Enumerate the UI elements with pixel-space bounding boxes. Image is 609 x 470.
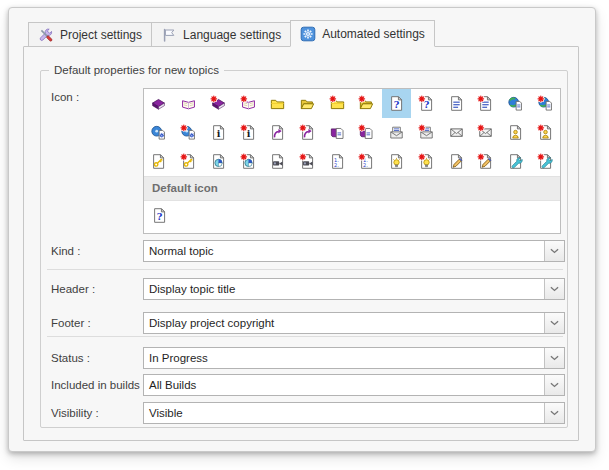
group-default-properties: Default properties for new topics Icon :… <box>40 70 568 428</box>
field-row-status: Status :In Progress <box>41 347 567 369</box>
page-arrow-icon[interactable] <box>263 118 293 147</box>
chevron-down-icon[interactable] <box>544 279 564 299</box>
footer-select[interactable]: Display project copyright <box>143 312 565 334</box>
book-open-new-icon[interactable] <box>233 89 263 118</box>
svg-text:2.: 2. <box>334 162 339 168</box>
book-closed-icon[interactable] <box>144 89 174 118</box>
tab-label: Project settings <box>60 28 142 42</box>
page-question-new-icon[interactable]: ? <box>411 89 441 118</box>
header-select[interactable]: Display topic title <box>143 278 565 300</box>
visibility-selected-value: Visible <box>144 403 544 423</box>
tab-automated-settings[interactable]: Automated settings <box>290 20 435 47</box>
icon-grid-row: ii <box>144 118 560 147</box>
mail-open-new-icon[interactable] <box>411 118 441 147</box>
page-edit-new-icon[interactable] <box>471 147 501 176</box>
icon-grid: ??ii1.2.1.2. <box>144 89 560 176</box>
status-select[interactable]: In Progress <box>143 347 565 369</box>
field-row-kind: Kind :Normal topic <box>41 240 567 262</box>
page-lines-icon[interactable] <box>441 89 471 118</box>
chevron-down-icon[interactable] <box>544 313 564 333</box>
page-camera-new-icon[interactable] <box>293 147 323 176</box>
page-question-icon: ? <box>151 207 168 228</box>
group-title: Default properties for new topics <box>49 63 224 78</box>
default-icon-row[interactable]: ? <box>144 201 560 233</box>
svg-text:i: i <box>246 128 250 139</box>
icon-picker-list[interactable]: ??ii1.2.1.2. Default icon ? <box>143 88 561 234</box>
page-key-new-icon[interactable] <box>174 147 204 176</box>
icon-grid-row: 1.2.1.2. <box>144 147 560 176</box>
page-info-new-icon[interactable]: i <box>233 118 263 147</box>
page-camera-icon[interactable] <box>263 147 293 176</box>
page-pie-new-icon[interactable] <box>233 147 263 176</box>
field-row-visibility: Visibility :Visible <box>41 402 567 424</box>
page-person-new-icon[interactable] <box>530 118 560 147</box>
svg-text:?: ? <box>157 210 163 221</box>
chevron-down-icon[interactable] <box>544 348 564 368</box>
tab-project-settings[interactable]: Project settings <box>28 22 152 47</box>
book-open-icon[interactable] <box>174 89 204 118</box>
page-pie-icon[interactable] <box>203 147 233 176</box>
tab-label: Automated settings <box>322 27 425 41</box>
field-row-header: Header :Display topic title <box>41 278 567 300</box>
automated-settings-panel: Default properties for new topics Icon :… <box>23 46 579 441</box>
chevron-down-icon[interactable] <box>544 403 564 423</box>
kind-selected-value: Normal topic <box>144 241 544 261</box>
chevron-down-icon[interactable] <box>544 375 564 395</box>
book-page-icon[interactable] <box>322 118 352 147</box>
page-person-icon[interactable] <box>501 118 531 147</box>
flag-icon <box>161 27 177 43</box>
header-selected-value: Display topic title <box>144 279 544 299</box>
svg-text:?: ? <box>394 99 400 110</box>
status-label: Status : <box>51 347 90 369</box>
visibility-select[interactable]: Visible <box>143 402 565 424</box>
page-key-icon[interactable] <box>144 147 174 176</box>
book-page-new-icon[interactable] <box>352 118 382 147</box>
page-wrench-new-icon[interactable] <box>530 147 560 176</box>
section-separator <box>47 336 563 337</box>
kind-select[interactable]: Normal topic <box>143 240 565 262</box>
section-separator <box>47 269 563 270</box>
folder-new-icon[interactable] <box>322 89 352 118</box>
footer-selected-value: Display project copyright <box>144 313 544 333</box>
globe-page-icon[interactable] <box>501 89 531 118</box>
included-in-builds-selected-value: All Builds <box>144 375 544 395</box>
page-edit-icon[interactable] <box>441 147 471 176</box>
status-selected-value: In Progress <box>144 348 544 368</box>
folder-open-icon[interactable] <box>293 89 323 118</box>
globe-page-new-icon[interactable] <box>530 89 560 118</box>
icon-grid-row: ?? <box>144 89 560 118</box>
mail-new-icon[interactable] <box>471 118 501 147</box>
svg-text:i: i <box>216 128 220 139</box>
tab-label: Language settings <box>183 28 281 42</box>
page-lines-new-icon[interactable] <box>471 89 501 118</box>
globe-gear-icon[interactable] <box>144 118 174 147</box>
book-closed-new-icon[interactable] <box>203 89 233 118</box>
field-row-included-in-builds: Included in builds :All Builds <box>41 374 567 396</box>
default-icon-section-header: Default icon <box>144 176 560 201</box>
page-numbers-new-icon[interactable]: 1.2. <box>352 147 382 176</box>
folder-open-new-icon[interactable] <box>352 89 382 118</box>
page-numbers-icon[interactable]: 1.2. <box>322 147 352 176</box>
mail-icon[interactable] <box>441 118 471 147</box>
chevron-down-icon[interactable] <box>544 241 564 261</box>
footer-label: Footer : <box>51 312 91 334</box>
default-icon-section-label: Default icon <box>152 182 218 194</box>
page-question-icon[interactable]: ? <box>382 89 412 118</box>
kind-label: Kind : <box>51 240 80 262</box>
folder-icon[interactable] <box>263 89 293 118</box>
topic-default-properties-dialog: Project settingsLanguage settingsAutomat… <box>8 7 596 452</box>
included-in-builds-label: Included in builds : <box>51 374 146 396</box>
page-wrench-icon[interactable] <box>501 147 531 176</box>
mail-open-icon[interactable] <box>382 118 412 147</box>
icon-field-label: Icon : <box>51 91 79 103</box>
header-label: Header : <box>51 278 95 300</box>
included-in-builds-select[interactable]: All Builds <box>143 374 565 396</box>
page-bulb-icon[interactable] <box>382 147 412 176</box>
page-bulb-new-icon[interactable] <box>411 147 441 176</box>
globe-gear-new-icon[interactable] <box>174 118 204 147</box>
page-arrow-new-icon[interactable] <box>293 118 323 147</box>
tab-language-settings[interactable]: Language settings <box>151 22 291 47</box>
page-info-icon[interactable]: i <box>203 118 233 147</box>
tools-icon <box>38 27 54 43</box>
svg-text:2.: 2. <box>363 162 368 168</box>
